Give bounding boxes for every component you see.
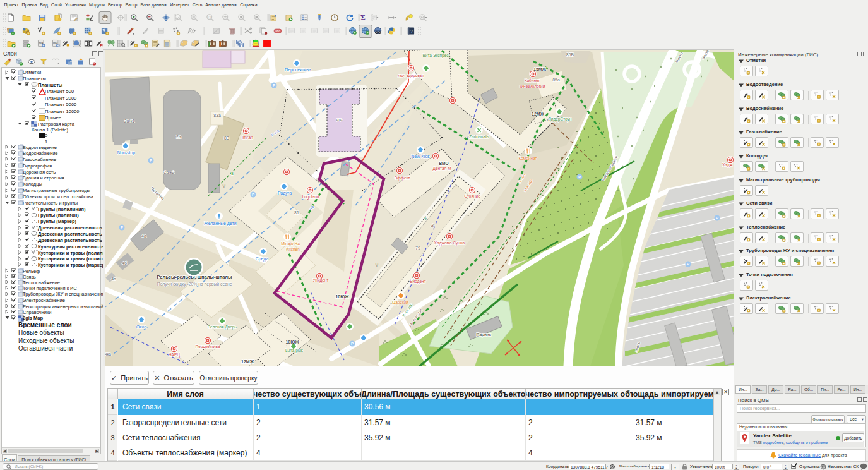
svg-text:10ЮЖ: 10ЮЖ xyxy=(335,294,349,299)
svg-text:P: P xyxy=(150,159,152,162)
svg-text:Zarinanails: Zarinanails xyxy=(469,135,490,139)
svg-text:Рельсы-рельсы. шпалы-шпалы: Рельсы-рельсы. шпалы-шпалы xyxy=(157,274,232,280)
svg-text:4б: 4б xyxy=(122,261,127,265)
svg-text:4в: 4в xyxy=(111,277,116,281)
svg-text:Среда: Среда xyxy=(256,256,269,262)
svg-text:Minato Ha: Minato Ha xyxy=(281,241,300,246)
svg-text:P: P xyxy=(273,83,275,87)
svg-text:10ЮЖ: 10ЮЖ xyxy=(285,340,299,344)
svg-text:DXF: DXF xyxy=(39,42,43,44)
svg-text:2а: 2а xyxy=(176,135,181,139)
svg-text:люч здоровья: люч здоровья xyxy=(398,73,424,78)
svg-text:Дентал М: Дентал М xyxy=(432,166,451,171)
svg-text:Вита Экспрес: Вита Экспрес xyxy=(422,53,449,58)
svg-text:2а к2: 2а к2 xyxy=(164,170,175,174)
svg-text:83: 83 xyxy=(224,136,229,140)
svg-text:P: P xyxy=(687,262,689,266)
svg-text:DXF: DXF xyxy=(54,42,57,44)
svg-text:Luna plus: Luna plus xyxy=(285,348,304,353)
svg-text:⚲: ⚲ xyxy=(222,183,225,188)
svg-text:85Б: 85Б xyxy=(566,52,574,57)
svg-text:Парник: Парник xyxy=(476,332,492,337)
svg-text:Желанные дети: Желанные дети xyxy=(204,221,237,226)
svg-text:Σ: Σ xyxy=(360,13,366,22)
svg-text:Эффект: Эффект xyxy=(395,176,410,181)
svg-text:12МЖ: 12МЖ xyxy=(241,359,254,364)
svg-text:4а: 4а xyxy=(141,234,146,238)
svg-text:?: ? xyxy=(410,28,413,34)
svg-text:В: В xyxy=(231,172,234,176)
svg-text:ртр.: ртр. xyxy=(336,118,343,121)
svg-text:Стояние: Стояние xyxy=(464,194,480,198)
svg-text:Биодент: Биодент xyxy=(410,279,425,284)
svg-text:85а: 85а xyxy=(552,78,560,82)
svg-text:1:1: 1:1 xyxy=(207,15,211,19)
svg-text:Кабинет: Кабинет xyxy=(525,78,540,83)
svg-text:НАРЦ: НАРЦ xyxy=(169,352,180,358)
svg-text:P: P xyxy=(716,216,718,220)
svg-text:ВМО: ВМО xyxy=(439,161,448,166)
svg-text:ЛидерСтоун: ЛидерСтоун xyxy=(549,117,572,122)
svg-text:Non-stop: Non-stop xyxy=(117,150,136,155)
svg-text:кинезиологии: кинезиологии xyxy=(520,84,545,88)
svg-text:81: 81 xyxy=(294,210,299,215)
svg-text:Перспектива: Перспектива xyxy=(285,68,311,73)
svg-text:Хаджама Сунна: Хаджама Сунна xyxy=(434,241,465,246)
svg-text:79: 79 xyxy=(415,246,420,250)
svg-text:Перспектива: Перспектива xyxy=(196,344,220,349)
svg-text:Унидент: Унидент xyxy=(312,278,328,283)
svg-text:Imran: Imran xyxy=(242,135,253,140)
svg-text:P: P xyxy=(578,175,581,179)
svg-text:P: P xyxy=(121,226,123,229)
svg-text:New Kids: New Kids xyxy=(411,154,430,159)
svg-text:Kitchen: Kitchen xyxy=(286,247,300,251)
svg-text:12МЖ: 12МЖ xyxy=(532,112,545,116)
svg-text:P: P xyxy=(252,193,254,196)
svg-text:2а к1: 2а к1 xyxy=(124,119,135,123)
svg-text:P: P xyxy=(351,342,354,346)
svg-text:Комбинат: Комбинат xyxy=(518,156,537,160)
svg-text:Царский: Царский xyxy=(392,300,408,305)
svg-text:Хадж: Хадж xyxy=(722,162,733,167)
svg-text:abc: abc xyxy=(275,30,280,33)
svg-text:⚲: ⚲ xyxy=(375,262,378,267)
svg-text:Получи скидку -20% на первый с: Получи скидку -20% на первый сеанс xyxy=(157,282,232,287)
svg-text:Ozon: Ozon xyxy=(136,325,147,329)
svg-text:Радуга: Радуга xyxy=(278,191,292,196)
svg-text:15МЖ: 15МЖ xyxy=(533,67,547,71)
svg-text:83а: 83а xyxy=(213,113,221,118)
svg-text:Logoland: Logoland xyxy=(302,195,319,200)
svg-text:Зеленая Дверь: Зеленая Дверь xyxy=(208,325,237,330)
svg-text:чка: чка xyxy=(105,352,111,356)
